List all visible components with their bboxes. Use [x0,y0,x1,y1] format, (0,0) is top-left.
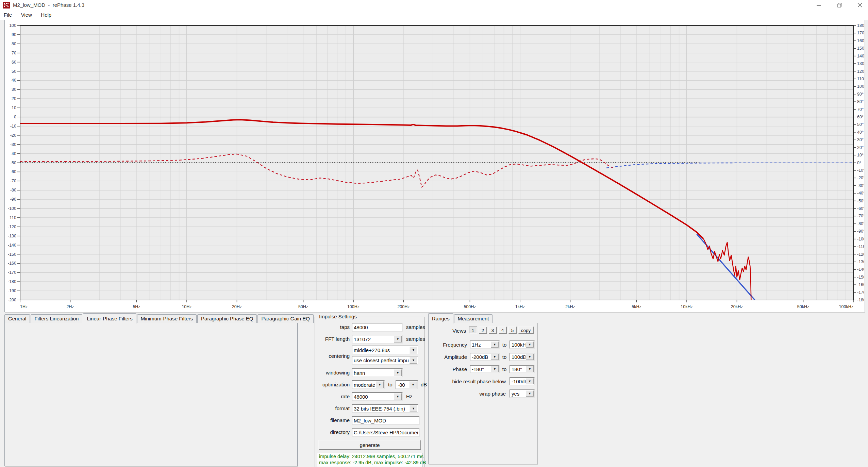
hide-result-phase-select[interactable]: -100dB▼ [510,377,535,385]
phase-label: Phase [429,366,467,372]
amplitude-until-select[interactable]: 100dB▼ [510,353,535,361]
view-button-2[interactable]: 2 [479,327,487,334]
centering-select[interactable]: middle+270.8us▼ [352,346,418,354]
y-right-tick-label: 90° [857,92,864,97]
x-tick-label: 10Hz [182,304,191,309]
y-left-tick-label: -90 [10,197,16,202]
directory-label: directory [315,429,350,435]
chevron-down-icon: ▼ [491,341,499,348]
y-right-tick-label: -30° [857,183,864,188]
y-right-tick-label: -120° [857,252,864,257]
view-button-copy[interactable]: copy [518,327,534,334]
menu-view[interactable]: View [17,10,36,18]
view-button-1[interactable]: 1 [469,327,477,334]
x-tick-label: 100kHz [839,304,853,309]
phase-to-label: to [500,366,509,372]
tab-filters-linearization[interactable]: Filters Linearization [31,314,82,323]
chevron-down-icon: ▼ [526,378,534,384]
x-tick-label: 50kHz [797,304,809,309]
view-button-5[interactable]: 5 [508,327,517,334]
filename-input[interactable] [352,416,420,425]
directory-input[interactable] [352,428,420,437]
y-left-tick-label: -20 [10,133,16,138]
optimization-to-label: to [388,382,393,387]
y-right-tick-label: -130° [857,260,864,264]
y-right-tick-label: 130° [857,61,864,66]
tab-paragraphic-gain-eq[interactable]: Paragraphic Gain EQ [257,314,314,323]
frequency-response-chart[interactable]: 1009080706050403020100-10-20-30-40-50-60… [5,20,864,311]
y-left-tick-label: 0 [14,115,16,119]
y-right-tick-label: 0° [857,161,861,165]
tab-linear-phase-filters[interactable]: Linear-Phase Filters [83,313,136,323]
chevron-down-icon: ▼ [394,336,402,343]
y-left-tick-label: -190 [8,288,16,293]
tab-paragraphic-phase-eq[interactable]: Paragraphic Phase EQ [197,314,257,323]
main-tab-strip: GeneralFilters LinearizationLinear-Phase… [4,313,314,323]
y-right-tick-label: -40° [857,191,864,196]
ranges-tab-measurement[interactable]: Measurement [454,314,493,323]
fft-length-label: FFT length [315,336,350,342]
view-button-4[interactable]: 4 [498,327,507,334]
wrap-phase-label: wrap phase [429,391,506,397]
y-left-tick-label: -50 [10,161,16,165]
generate-button[interactable]: generate [318,440,421,450]
windowing-select[interactable]: hann▼ [352,368,403,377]
rephase-window: { "window": { "title": "M2_low_MOD - reP… [0,0,868,467]
y-left-tick-label: -130 [8,234,16,238]
view-button-3[interactable]: 3 [488,327,497,334]
chevron-down-icon: ▼ [410,405,417,412]
amplitude-from-select[interactable]: -200dB▼ [470,353,500,361]
tab-general[interactable]: General [4,314,30,323]
menu-bar: File View Help [0,10,868,20]
app-icon [3,2,10,9]
phase-from-select[interactable]: -180°▼ [470,365,500,373]
x-tick-label: 2kHz [565,304,575,309]
window-title: M2_low_MOD - rePhase 1.4.3 [13,2,84,8]
y-left-tick-label: -40 [10,151,16,156]
chevron-down-icon: ▼ [409,381,417,388]
rate-unit: Hz [406,394,412,399]
format-select[interactable]: 32 bits IEEE-754 (.bin)▼ [352,404,418,413]
fft-length-select[interactable]: 131072▼ [352,335,403,344]
wrap-phase-select[interactable]: yes▼ [510,389,535,398]
tab-minimum-phase-filters[interactable]: Minimum-Phase Filters [137,314,197,323]
y-right-tick-label: -70° [857,214,864,218]
y-right-tick-label: 140° [857,54,864,59]
y-right-tick-label: -160° [857,282,864,287]
taps-input[interactable] [352,323,403,332]
y-right-tick-label: -60° [857,206,864,211]
y-right-tick-label: -110° [857,244,864,249]
y-right-tick-label: 50° [857,122,864,127]
y-right-tick-label: -50° [857,199,864,203]
y-left-tick-label: -180 [8,279,16,284]
ranges-tab-ranges[interactable]: Ranges [428,313,453,323]
optimization-label: optimization [315,382,350,387]
y-right-tick-label: 10° [857,153,864,157]
chevron-down-icon: ▼ [491,366,499,372]
rate-select[interactable]: 48000▼ [352,392,403,401]
close-button[interactable] [852,0,868,10]
maximize-button[interactable] [832,0,848,10]
y-right-tick-label: -90° [857,229,864,234]
y-left-tick-label: -10 [10,124,16,129]
phase-until-select[interactable]: 180°▼ [510,365,535,373]
amplitude-to-label: to [500,354,509,360]
y-left-tick-label: 50 [12,69,16,74]
y-right-tick-label: 20° [857,145,864,150]
minimize-button[interactable] [811,0,827,10]
impulse-settings-group: Impulse Settings taps samples FFT length… [315,317,425,467]
max-response-status: max response: -2.95 dB, max impulse: -42… [319,460,420,466]
frequency-from-select[interactable]: 1Hz▼ [470,340,500,349]
frequency-until-select[interactable]: 100kHz▼ [510,340,535,349]
centering-mode-select[interactable]: use closest perfect impulse▼ [352,356,418,365]
format-label: format [315,405,350,411]
y-right-tick-label: 180° [857,23,864,28]
optimization-select[interactable]: moderate▼ [352,380,385,389]
restore-icon [837,3,842,7]
optimization-db-select[interactable]: -80▼ [396,380,418,389]
y-right-tick-label: 80° [857,99,864,104]
menu-help[interactable]: Help [37,10,55,18]
x-tick-label: 200Hz [397,304,410,309]
menu-file[interactable]: File [0,10,16,18]
y-right-tick-label: -140° [857,267,864,272]
